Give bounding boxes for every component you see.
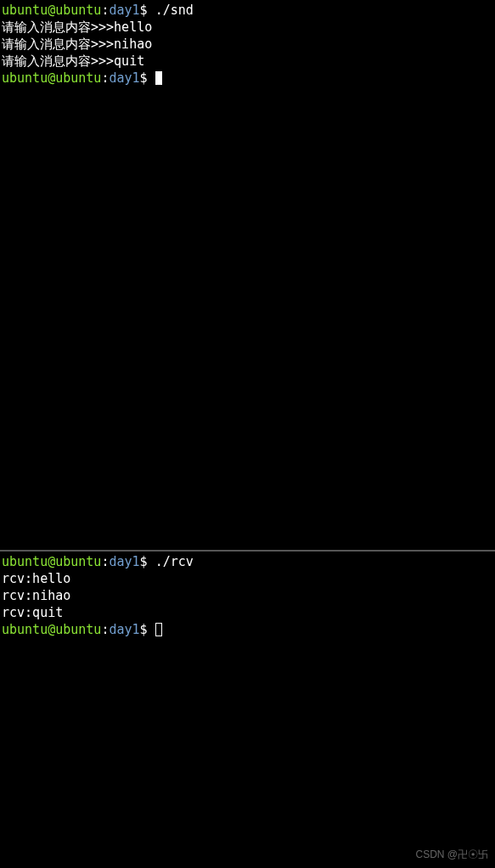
output-line: rcv:quit bbox=[2, 604, 493, 621]
output-line: rcv:nihao bbox=[2, 587, 493, 604]
prompt-at: @ bbox=[48, 3, 55, 18]
output-line: 请输入消息内容>>>hello bbox=[2, 19, 493, 36]
prompt-user: ubuntu bbox=[2, 70, 48, 86]
prompt-command: ./rcv bbox=[155, 554, 194, 569]
prompt-path: day1 bbox=[109, 70, 139, 86]
prompt-path: day1 bbox=[109, 3, 139, 18]
cursor-icon bbox=[155, 71, 162, 85]
prompt-path: day1 bbox=[109, 554, 139, 569]
terminal-pane-bottom[interactable]: ubuntu@ubuntu:day1$ ./rcv rcv:hello rcv:… bbox=[0, 552, 495, 866]
prompt-line: ubuntu@ubuntu:day1$ bbox=[2, 70, 493, 87]
output-line: 请输入消息内容>>>quit bbox=[2, 53, 493, 70]
prompt-dollar: $ bbox=[140, 3, 155, 18]
prompt-line: ubuntu@ubuntu:day1$ ./snd bbox=[2, 2, 493, 19]
prompt-path: day1 bbox=[109, 622, 139, 637]
prompt-user: ubuntu bbox=[2, 554, 48, 569]
watermark-text: CSDN @卍☉卐 bbox=[415, 846, 488, 863]
prompt-user: ubuntu bbox=[2, 3, 48, 18]
output-line: rcv:hello bbox=[2, 570, 493, 587]
prompt-line: ubuntu@ubuntu:day1$ bbox=[2, 621, 493, 638]
terminal-pane-top[interactable]: ubuntu@ubuntu:day1$ ./snd 请输入消息内容>>>hell… bbox=[0, 0, 495, 550]
prompt-at: @ bbox=[48, 622, 55, 637]
prompt-dollar: $ bbox=[140, 554, 155, 569]
prompt-user: ubuntu bbox=[2, 622, 48, 637]
cursor-icon bbox=[155, 623, 162, 636]
prompt-dollar: $ bbox=[140, 70, 155, 86]
prompt-line: ubuntu@ubuntu:day1$ ./rcv bbox=[2, 553, 493, 570]
prompt-dollar: $ bbox=[140, 622, 155, 637]
prompt-at: @ bbox=[48, 554, 55, 569]
prompt-host: ubuntu bbox=[55, 3, 101, 18]
prompt-host: ubuntu bbox=[55, 622, 101, 637]
prompt-host: ubuntu bbox=[55, 70, 101, 86]
prompt-command: ./snd bbox=[155, 3, 194, 18]
output-line: 请输入消息内容>>>nihao bbox=[2, 36, 493, 53]
prompt-at: @ bbox=[48, 70, 55, 86]
prompt-host: ubuntu bbox=[55, 554, 101, 569]
